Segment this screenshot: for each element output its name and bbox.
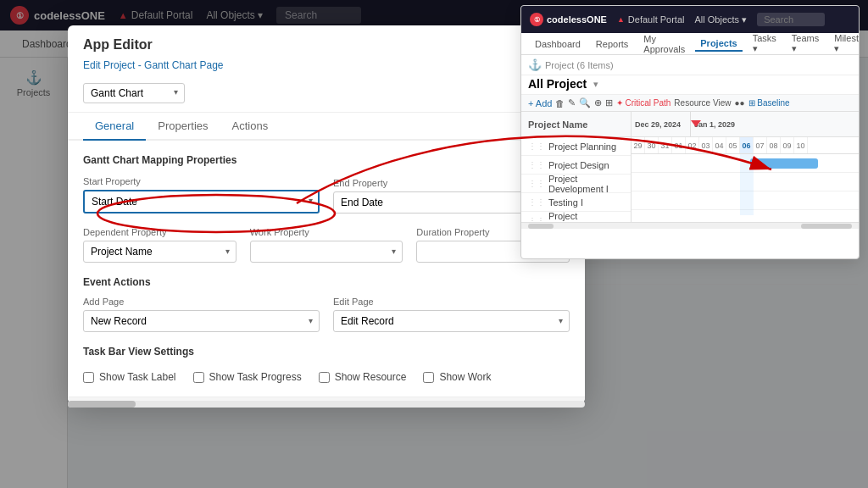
- show-task-label-checkbox[interactable]: Show Task Label: [83, 371, 176, 383]
- preview-all-objects[interactable]: All Objects ▾: [695, 14, 748, 25]
- gantt-toolbar: + Add 🗑 ✎ 🔍 ⊕ ⊞ ✦ Critical Path Resource…: [521, 95, 859, 112]
- gantt-fullscreen-btn[interactable]: ⊞: [605, 97, 613, 108]
- modal-tabs: General Properties Actions: [68, 113, 585, 141]
- preview-nav-reports[interactable]: Reports: [591, 37, 634, 51]
- start-property-group: Start Property Start Date: [83, 176, 320, 214]
- preview-nav-projects[interactable]: Projects: [695, 36, 742, 52]
- dependent-work-row: Dependent Property Project Name Work Pro…: [83, 227, 570, 263]
- gantt-zoom-in-btn[interactable]: 🔍: [579, 97, 591, 108]
- gantt-day: 05: [726, 137, 740, 153]
- show-resource-input[interactable]: [319, 372, 330, 383]
- gantt-item-count: Project (6 Items): [545, 60, 614, 70]
- app-editor-modal: App Editor Edit Project - Gantt Chart Pa…: [68, 25, 585, 403]
- gantt-row-1[interactable]: ⋮⋮ Project Planning: [521, 137, 631, 156]
- taskbar-section: Task Bar View Settings Show Task Label S…: [83, 346, 570, 383]
- taskbar-title: Task Bar View Settings: [83, 346, 570, 358]
- gantt-day: 31: [659, 137, 672, 153]
- gantt-month-dec: Dec 29, 2024: [632, 112, 691, 136]
- preview-search[interactable]: [757, 13, 825, 26]
- chart-type-row: Gantt Chart: [68, 80, 585, 113]
- gantt-critical-path[interactable]: ✦ Critical Path: [616, 98, 670, 108]
- gantt-row-2[interactable]: ⋮⋮ Project Design: [521, 156, 631, 175]
- gantt-day: 03: [699, 137, 713, 153]
- gantt-title-row: All Project ▾: [521, 75, 859, 95]
- add-page-label: Add Page: [83, 297, 320, 307]
- preview-portal: ▲ Default Portal: [617, 14, 685, 25]
- preview-top-nav: ① codelessONE ▲ Default Portal All Objec…: [521, 6, 859, 33]
- gantt-day: 10: [794, 137, 808, 153]
- gantt-day: 07: [754, 137, 767, 153]
- gantt-dropdown-icon[interactable]: ▾: [593, 79, 598, 90]
- gantt-delete-btn[interactable]: 🗑: [555, 98, 565, 108]
- show-resource-checkbox[interactable]: Show Resource: [319, 371, 407, 383]
- gantt-add-btn[interactable]: + Add: [528, 98, 552, 108]
- start-end-row: Start Property Start Date End Property E…: [83, 176, 570, 214]
- main-app: ① codelessONE ▲ Default Portal All Objec…: [0, 0, 868, 488]
- modal-scrollbar[interactable]: [68, 401, 585, 408]
- gantt-day: 04: [713, 137, 726, 153]
- gantt-day: 09: [781, 137, 794, 153]
- event-actions-title: Event Actions: [83, 276, 570, 288]
- modal-body: Gantt Chart Mapping Properties Start Pro…: [68, 141, 585, 396]
- modal-title: App Editor: [83, 37, 570, 53]
- dependent-property-select[interactable]: Project Name: [83, 241, 236, 263]
- gantt-day: 08: [767, 137, 781, 153]
- gantt-scroll-left-thumb: [528, 224, 554, 229]
- gantt-mapping-title: Gantt Chart Mapping Properties: [83, 154, 570, 166]
- modal-scrollbar-thumb: [68, 401, 136, 408]
- gantt-scroll-right-thumb: [801, 224, 852, 229]
- preview-nav-approvals[interactable]: My Approvals: [638, 32, 690, 56]
- tab-actions[interactable]: Actions: [220, 113, 281, 141]
- gantt-day: 01: [672, 137, 686, 153]
- gantt-col-header: Project Name: [521, 112, 631, 137]
- gantt-day-numbers: 29 30 31 01 02 03 04 05 06 07 08 09 10: [632, 137, 859, 154]
- show-work-checkbox[interactable]: Show Work: [423, 371, 491, 383]
- event-actions-section: Event Actions Add Page New Record Edit P: [83, 276, 570, 332]
- gantt-day: 02: [686, 137, 699, 153]
- gantt-title-bar: ⚓ Project (6 Items): [521, 55, 859, 75]
- preview-nav-tasks[interactable]: Tasks ▾: [748, 31, 782, 56]
- preview-logo: ① codelessONE: [530, 13, 607, 26]
- gantt-row-5[interactable]: ⋮⋮ Project Development II: [521, 212, 631, 222]
- show-task-progress-checkbox[interactable]: Show Task Progress: [193, 371, 302, 383]
- start-property-label: Start Property: [83, 176, 320, 186]
- today-marker: [691, 120, 701, 127]
- start-property-select[interactable]: Start Date: [83, 190, 320, 214]
- gantt-right-panel: Dec 29, 2024 Jan 1, 2029 29 30 31 01 02 …: [632, 112, 859, 222]
- tab-general[interactable]: General: [83, 113, 146, 141]
- gantt-bar-1: [750, 158, 818, 169]
- preview-nav-dashboard[interactable]: Dashboard: [530, 37, 586, 51]
- chart-type-select[interactable]: Gantt Chart: [83, 83, 185, 103]
- edit-page-group: Edit Page Edit Record: [333, 297, 570, 332]
- tab-properties[interactable]: Properties: [146, 113, 220, 141]
- gantt-day-today: 06: [740, 137, 754, 153]
- modal-footer: [68, 396, 585, 403]
- add-page-select[interactable]: New Record: [83, 310, 320, 332]
- gantt-baseline[interactable]: ⊞ Baseline: [748, 98, 790, 108]
- show-task-label-input[interactable]: [83, 372, 94, 383]
- preview-nav-milestones[interactable]: Milestones ▾: [829, 31, 860, 56]
- gantt-row-4[interactable]: ⋮⋮ Testing I: [521, 193, 631, 212]
- add-edit-page-row: Add Page New Record Edit Page: [83, 297, 570, 332]
- show-task-progress-input[interactable]: [193, 372, 204, 383]
- gantt-scrollbar[interactable]: [521, 222, 859, 229]
- work-property-group: Work Property: [250, 227, 403, 263]
- work-label: Work Property: [250, 227, 403, 237]
- gantt-main-title: All Project: [528, 77, 587, 91]
- chart-type-wrapper: Gantt Chart: [83, 83, 185, 103]
- edit-page-label: Edit Page: [333, 297, 570, 307]
- gantt-edit-btn[interactable]: ✎: [568, 97, 576, 108]
- gantt-zoom-out-btn[interactable]: ⊕: [594, 97, 602, 108]
- preview-nav-teams[interactable]: Teams ▾: [787, 31, 824, 56]
- gantt-toggle[interactable]: ●●: [734, 98, 744, 108]
- gantt-row-3[interactable]: ⋮⋮ Project Development I: [521, 175, 631, 193]
- preview-subnav: Dashboard Reports My Approvals Projects …: [521, 33, 859, 55]
- gantt-resource-view[interactable]: Resource View: [674, 98, 731, 108]
- work-property-select[interactable]: [250, 241, 403, 263]
- gantt-month-jan: Jan 1, 2029: [691, 112, 759, 136]
- gantt-chart-body: Project Name ⋮⋮ Project Planning ⋮⋮ Proj…: [521, 112, 859, 222]
- show-work-input[interactable]: [423, 372, 434, 383]
- preview-logo-icon: ①: [530, 13, 543, 26]
- gantt-anchor-icon: ⚓: [528, 58, 542, 71]
- edit-page-select[interactable]: Edit Record: [333, 310, 570, 332]
